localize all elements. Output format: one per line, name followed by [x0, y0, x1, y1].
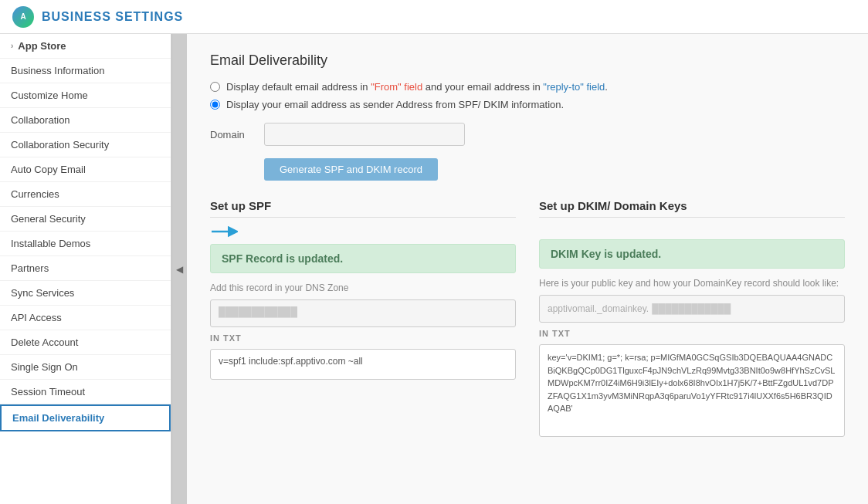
- sidebar-item-single-sign-on[interactable]: Single Sign On: [0, 355, 171, 380]
- sidebar-item-partners[interactable]: Partners: [0, 256, 171, 281]
- dkim-apptivomail-box: apptivomail._domainkey. ████████████: [539, 295, 845, 323]
- spf-dns-record: ████████████: [210, 299, 516, 327]
- domain-input[interactable]: [264, 123, 465, 146]
- dkim-in-txt-label: IN TXT: [539, 329, 845, 338]
- sidebar-collapse-button[interactable]: ◀: [171, 34, 187, 504]
- sidebar-item-session-timeout[interactable]: Session Timeout: [0, 380, 171, 404]
- radio-row-1: Display default email address in "From" …: [210, 81, 845, 93]
- sidebar-item-customize-home[interactable]: Customize Home: [0, 83, 171, 108]
- sidebar-item-general-security[interactable]: General Security: [0, 207, 171, 232]
- spf-txt-value: v=spf1 include:spf.apptivo.com ~all: [210, 349, 516, 380]
- two-column-layout: Set up SPF SPF Record is updated. Add th…: [210, 199, 845, 437]
- domain-row: Domain: [210, 123, 845, 146]
- app-logo: A: [12, 6, 34, 28]
- sidebar-item-sync-services[interactable]: Sync Services: [0, 281, 171, 306]
- sidebar-item-collaboration-security[interactable]: Collaboration Security: [0, 133, 171, 157]
- dkim-title: Set up DKIM/ Domain Keys: [539, 199, 845, 218]
- radio-group: Display default email address in "From" …: [210, 81, 845, 110]
- arrow-right-icon: [210, 224, 238, 239]
- spf-arrow-row: [210, 224, 516, 239]
- radio-option-1[interactable]: [210, 82, 220, 92]
- sidebar-item-delete-account[interactable]: Delete Account: [0, 330, 171, 355]
- radio-option-2[interactable]: [210, 100, 220, 110]
- sidebar-item-api-access[interactable]: API Access: [0, 306, 171, 330]
- collapse-arrow-icon: ◀: [176, 264, 183, 275]
- dkim-status-box: DKIM Key is updated.: [539, 239, 845, 269]
- sidebar-item-currencies[interactable]: Currencies: [0, 182, 171, 207]
- sidebar-item-app-store[interactable]: › App Store: [0, 34, 171, 59]
- domain-label: Domain: [210, 129, 264, 140]
- main-content: Email Deliverability Display default ema…: [187, 34, 868, 504]
- spf-in-txt-label: IN TXT: [210, 333, 516, 343]
- spf-status-box: SPF Record is updated.: [210, 244, 516, 273]
- dkim-txt-value: key='v=DKIM1; g=*; k=rsa; p=MIGfMA0GCSqG…: [539, 344, 845, 437]
- spf-column: Set up SPF SPF Record is updated. Add th…: [210, 199, 516, 437]
- radio-row-2: Display your email address as sender Add…: [210, 99, 845, 110]
- spf-hint: Add this record in your DNS Zone: [210, 282, 516, 293]
- app-header: A BUSINESS SETTINGS: [0, 0, 868, 34]
- main-layout: › App Store Business Information Customi…: [0, 34, 868, 504]
- generate-spf-dkim-button[interactable]: Generate SPF and DKIM record: [264, 158, 438, 181]
- sidebar-item-business-information[interactable]: Business Information: [0, 59, 171, 83]
- dkim-hint: Here is your public key and how your Dom…: [539, 278, 845, 289]
- sidebar: › App Store Business Information Customi…: [0, 34, 171, 504]
- spf-title: Set up SPF: [210, 199, 516, 218]
- sidebar-item-collaboration[interactable]: Collaboration: [0, 108, 171, 133]
- app-title: BUSINESS SETTINGS: [42, 10, 183, 24]
- dkim-column: Set up DKIM/ Domain Keys DKIM Key is upd…: [539, 199, 845, 437]
- sidebar-item-auto-copy-email[interactable]: Auto Copy Email: [0, 157, 171, 182]
- sidebar-item-email-deliverability[interactable]: Email Deliverability: [0, 404, 171, 431]
- sidebar-item-installable-demos[interactable]: Installable Demos: [0, 232, 171, 256]
- page-title: Email Deliverability: [210, 52, 845, 69]
- chevron-right-icon: ›: [11, 42, 13, 50]
